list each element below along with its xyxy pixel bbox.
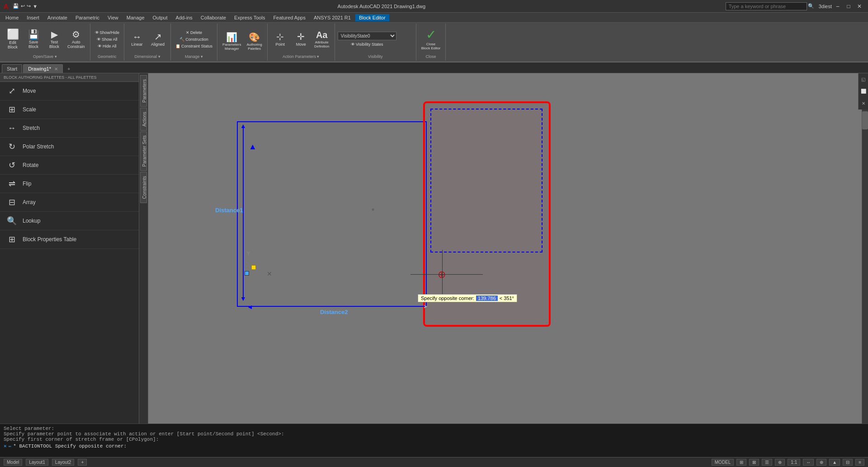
canvas-area[interactable]: ▲ ▼ Distance1 ◄ ► Distance2 Y * ✕ ▲: [148, 73, 868, 424]
snap-button[interactable]: ⊠: [749, 459, 759, 466]
visibility-states-button[interactable]: 👁 Visibility States: [338, 41, 396, 48]
sidebar-header: BLOCK AUTHORING PALETTES - ALL PALETTES: [0, 73, 139, 82]
tooltip-label: Specify opposite corner:: [421, 295, 474, 301]
palette-item-rotate[interactable]: ↺ Rotate: [0, 156, 139, 175]
edit-block-icon: ⬜: [7, 29, 19, 39]
construction-button[interactable]: 🔨 Construction: [174, 36, 214, 43]
menu-collaborate[interactable]: Collaborate: [197, 14, 230, 21]
titlebar-left: A 💾 ↩ ↪ ▼: [4, 3, 38, 10]
menu-block-editor[interactable]: Block Editor: [355, 14, 389, 21]
quick-access-redo[interactable]: ↪: [27, 3, 31, 9]
show-all-button[interactable]: 👁 Show All: [93, 36, 122, 43]
layout1-tab[interactable]: Layout1: [26, 459, 48, 466]
ribbon-group-visibility: VisibilityState0 👁 Visibility States Vis…: [335, 24, 416, 61]
minimize-button[interactable]: –: [833, 1, 843, 11]
pan-button[interactable]: ↔: [803, 459, 814, 466]
menu-view[interactable]: View: [104, 14, 122, 21]
sidebar: BLOCK AUTHORING PALETTES - ALL PALETTES …: [0, 73, 139, 424]
stretch-palette-icon: ↔: [5, 122, 18, 134]
lookup-palette-label: Lookup: [23, 218, 40, 224]
auto-constrain-button[interactable]: ⚙ AutoConstrain: [65, 29, 87, 50]
menu-express[interactable]: Express Tools: [231, 14, 269, 21]
scale-indicator[interactable]: 1:1: [788, 459, 800, 466]
palette-item-polar-stretch[interactable]: ↻ Polar Stretch: [0, 138, 139, 156]
authoring-palettes-button[interactable]: 🎨 AuthoringPalettes: [244, 31, 264, 52]
attribute-definition-button[interactable]: Aa AttributeDefinition: [312, 29, 332, 50]
cmd-input[interactable]: [128, 443, 864, 449]
actions-panel-tab[interactable]: Actions: [140, 108, 147, 131]
tab-drawing1[interactable]: Drawing1* ✕: [23, 64, 63, 73]
test-block-button[interactable]: ▶ TestBlock: [44, 29, 64, 50]
layout2-tab[interactable]: Layout2: [52, 459, 75, 466]
parameters-panel-tab[interactable]: Parameters: [140, 75, 147, 107]
close-block-editor-button[interactable]: ✓ CloseBlock Editor: [419, 27, 443, 52]
linear-button[interactable]: ↔ Linear: [127, 31, 147, 48]
ortho-button[interactable]: ☰: [762, 459, 772, 466]
parameters-manager-button[interactable]: 📊 ParametersManager: [220, 31, 243, 52]
tab-start[interactable]: Start: [2, 64, 22, 73]
left-arrow-h: ◄: [247, 303, 253, 310]
zoom-button[interactable]: ⊕: [816, 459, 826, 466]
show-hide-button[interactable]: 👁 Show/Hide: [93, 29, 122, 36]
add-layout-btn[interactable]: +: [78, 459, 87, 466]
model-indicator[interactable]: MODEL: [712, 459, 734, 466]
menu-addins[interactable]: Add-ins: [172, 14, 196, 21]
palette-item-array[interactable]: ⊟ Array: [0, 193, 139, 212]
menu-parametric[interactable]: Parametric: [72, 14, 103, 21]
geometric-group-label: Geometric: [92, 54, 123, 60]
ribbon-group-params: 📊 ParametersManager 🎨 AuthoringPalettes: [217, 24, 268, 61]
visibility-state-select[interactable]: VisibilityState0: [338, 32, 396, 40]
palette-item-stretch[interactable]: ↔ Stretch: [0, 119, 139, 138]
quick-access-more[interactable]: ▼: [33, 4, 38, 9]
scrollbar-vertical[interactable]: [862, 110, 868, 424]
cmd-prompt-symbol[interactable]: ✕: [4, 443, 7, 449]
palette-item-flip[interactable]: ⇌ Flip: [0, 175, 139, 193]
workspace-button[interactable]: ⊟: [843, 459, 853, 466]
save-block-button[interactable]: 💾 SaveBlock: [24, 29, 43, 50]
constraint-status-button[interactable]: 📋 Constraint Status: [174, 43, 214, 49]
move-action-button[interactable]: ✛ Move: [291, 31, 311, 48]
edit-block-button[interactable]: ⬜ EditBlock: [3, 28, 23, 51]
close-button[interactable]: ✕: [854, 1, 864, 11]
quick-access-save[interactable]: 💾: [13, 3, 19, 9]
search-input[interactable]: [726, 2, 807, 10]
nav-up-button[interactable]: ▲: [829, 459, 840, 466]
tab-close-drawing1[interactable]: ✕: [54, 67, 58, 71]
close-group-label: Close: [418, 54, 444, 60]
parameter-sets-panel-tab[interactable]: Parameter Sets: [140, 131, 147, 171]
tab-new-button[interactable]: +: [64, 65, 74, 73]
flip-palette-label: Flip: [23, 181, 31, 187]
mini-panel-icon1[interactable]: ◱: [861, 77, 865, 82]
constraints-panel-tab[interactable]: Constraints: [140, 172, 147, 203]
mini-panel: ◱ ⬜ ✕: [858, 73, 868, 110]
mini-panel-icon2[interactable]: ⬜: [861, 89, 866, 94]
settings-button[interactable]: ≡: [855, 459, 864, 466]
user-label: 3diest: [819, 4, 832, 9]
ribbon-group-manage: ✕ Delete 🔨 Construction 📋 Constraint Sta…: [171, 24, 217, 61]
menu-home[interactable]: Home: [2, 14, 22, 21]
point-button[interactable]: ⊹ Point: [270, 31, 290, 48]
grid-button[interactable]: ⊞: [736, 459, 746, 466]
aligned-button[interactable]: ↗ Aligned: [148, 31, 168, 48]
menu-featured[interactable]: Featured Apps: [269, 14, 309, 21]
mini-panel-close[interactable]: ✕: [862, 101, 865, 106]
menu-insert[interactable]: Insert: [23, 14, 43, 21]
delete-button[interactable]: ✕ Delete: [174, 29, 214, 36]
palette-item-lookup[interactable]: 🔍 Lookup: [0, 212, 139, 230]
scrollbar-thumb[interactable]: [862, 111, 868, 129]
palette-item-block-properties[interactable]: ⊞ Block Properties Table: [0, 230, 139, 249]
palette-item-move[interactable]: ⤢ Move: [0, 82, 139, 100]
test-block-icon: ▶: [51, 30, 58, 39]
menu-output[interactable]: Output: [149, 14, 171, 21]
menu-manage[interactable]: Manage: [123, 14, 148, 21]
palette-item-scale[interactable]: ⊞ Scale: [0, 100, 139, 119]
maximize-button[interactable]: □: [844, 1, 854, 11]
hide-all-button[interactable]: 👁 Hide All: [93, 43, 122, 49]
menu-ansys[interactable]: ANSYS 2021 R1: [310, 14, 354, 21]
menu-annotate[interactable]: Annotate: [44, 14, 71, 21]
model-tab[interactable]: Model: [4, 459, 22, 466]
quick-access-undo[interactable]: ↩: [21, 3, 25, 9]
polar-button[interactable]: ⊕: [775, 459, 785, 466]
search-icon[interactable]: 🔍: [808, 3, 814, 9]
cmd-history-line2: Specify parameter point to associate wit…: [4, 431, 864, 437]
